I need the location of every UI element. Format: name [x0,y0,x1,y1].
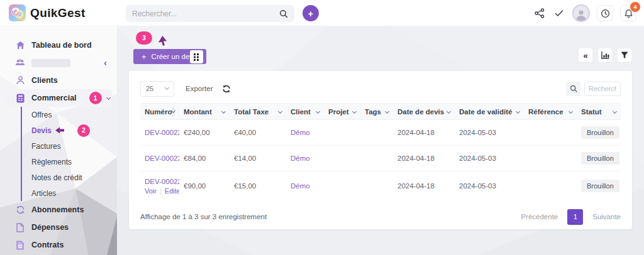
table-footer: Affichage de 1 à 3 sur 3 enregistrement … [140,200,621,233]
commercial-submenu: Offres Devis 2 Factures Règlements Notes… [21,107,117,201]
column-label: Date de validité [459,108,512,116]
status-badge: Brouillon [581,152,619,165]
column-label: Tags [365,108,381,116]
team-icon [15,58,25,68]
client-link[interactable]: Démo [286,129,324,136]
chevron-down-icon [316,109,320,114]
sidebar: Tableau de bord ‹ Clients [0,26,117,255]
check-icon [554,8,564,18]
column-label: Date de devis [397,108,444,116]
quote-number-link[interactable]: DEV-000226 [140,129,179,136]
export-button[interactable]: Exporter [186,85,213,92]
cell-date-devis: 2024-04-18 [393,129,455,136]
sidebar-item-redacted[interactable]: ‹ [0,54,117,72]
sort-active-indicator [172,107,175,117]
sidebar-item-label: Clients [31,76,58,85]
table-search-button[interactable] [566,82,580,96]
column-header-date-devis[interactable]: Date de devis [393,108,455,116]
cell-date-devis: 2024-04-18 [393,155,455,162]
column-header-total-taxe[interactable]: Total Taxe [230,108,286,116]
brand[interactable]: QuikGest [9,4,86,21]
table-search-input[interactable] [584,82,621,96]
client-link[interactable]: Démo [286,155,324,162]
plus-icon: + [308,8,314,19]
sidebar-item-commercial[interactable]: Commercial 1 [5,89,112,107]
column-header-date-validite[interactable]: Date de validité [455,108,524,116]
sidebar-item-reglements[interactable]: Règlements [31,154,117,170]
records-summary: Affichage de 1 à 3 sur 3 enregistrement [140,213,267,220]
share-icon [535,8,545,18]
cell-statut: Brouillon [577,180,621,192]
column-header-statut[interactable]: Statut [577,108,621,116]
sidebar-item-abonnements[interactable]: Abonnements [0,201,117,219]
chevron-down-icon [165,85,169,90]
column-label: Total Taxe [234,108,269,116]
sidebar-item-articles[interactable]: Articles [31,185,117,201]
notification-count-badge: 4 [630,2,640,12]
sidebar-item-label: Notes de crédit [31,173,82,182]
previous-page-button[interactable]: Précédente [521,213,558,220]
chevron-down-icon [171,109,175,113]
column-header-numero[interactable]: Numéro [140,107,179,117]
search-icon [279,9,288,18]
filter-icon [621,52,628,59]
sidebar-item-offres[interactable]: Offres [31,107,117,122]
cell-montant: €90,00 [179,182,230,190]
status-badge: Brouillon [581,180,619,192]
quote-number-link[interactable]: DEV-000224 [145,178,175,185]
chart-view-button[interactable] [598,48,612,62]
chevron-down-icon [278,109,282,114]
sidebar-item-label: Commercial [31,94,77,102]
quote-number-link[interactable]: DEV-000225 [140,155,179,162]
sidebar-item-label: Contrats [31,241,64,249]
global-search [126,5,294,22]
sidebar-item-dashboard[interactable]: Tableau de bord [0,36,117,54]
grid-view-toggle[interactable] [190,50,203,63]
avatar[interactable] [572,4,590,22]
next-page-button[interactable]: Suivante [592,213,621,220]
contract-icon [15,240,25,250]
bar-chart-icon [601,52,609,59]
sidebar-item-clients[interactable]: Clients [0,72,117,89]
quick-add-button[interactable]: + [303,5,319,21]
global-search-input[interactable] [132,9,279,18]
client-link[interactable]: Démo [286,182,324,190]
annotation-arrow-2 [55,127,65,134]
column-header-projet[interactable]: Projet [324,108,360,116]
sidebar-item-devis[interactable]: Devis 2 [31,122,117,138]
redacted-label [31,59,70,67]
cell-total-taxe: €40,00 [230,129,286,136]
sidebar-item-contrats[interactable]: Contrats [0,236,117,254]
sidebar-item-notes-de-credit[interactable]: Notes de crédit [31,170,117,185]
page-size-value: 25 [146,85,153,92]
topbar: QuikGest + [0,0,644,26]
column-label: Numéro [145,108,172,116]
grid-icon [194,53,199,61]
column-header-reference[interactable]: Référence [524,108,577,116]
view-link[interactable]: Voir [145,187,157,195]
panel-actions: « [579,48,631,62]
column-header-montant[interactable]: Montant [179,108,230,116]
column-header-client[interactable]: Client [286,108,324,116]
share-button[interactable] [533,7,546,19]
row-actions: Voir | Editer [145,187,175,195]
brand-name: QuikGest [30,6,86,20]
separator: | [160,187,162,195]
page-size-select[interactable]: 25 [140,81,174,97]
sidebar-item-depenses[interactable]: Dépenses [0,219,117,236]
history-button[interactable] [597,5,613,21]
current-page-button[interactable]: 1 [567,209,583,225]
collapse-panel-button[interactable]: « [579,48,592,62]
notifications-button[interactable]: 4 [620,5,636,21]
tasks-check-button[interactable] [553,7,565,19]
sidebar-collapse-chevron[interactable]: ‹ [104,58,107,68]
column-label: Client [291,108,311,116]
refresh-button[interactable] [222,85,231,93]
main-content: 3 + Créer un devis « [117,26,644,255]
chevron-down-icon [385,109,389,114]
sidebar-item-factures[interactable]: Factures [31,138,117,154]
edit-link[interactable]: Editer [165,187,179,195]
filter-button[interactable] [618,48,631,62]
column-header-tags[interactable]: Tags [360,108,393,116]
cell-date-validite: 2024-05-03 [455,155,524,162]
